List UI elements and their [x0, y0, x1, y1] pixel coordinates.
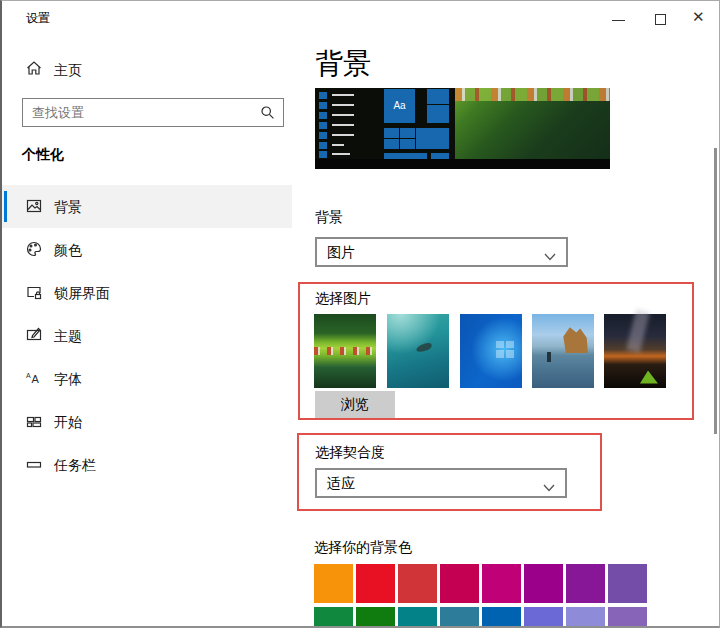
color-swatch[interactable] — [356, 607, 395, 628]
preview-taskbar — [315, 159, 610, 169]
vertical-scrollbar[interactable] — [714, 148, 717, 434]
preview-menu-square — [319, 151, 327, 158]
settings-window: 设置 ✕ 主页 个性化 背景 — [0, 0, 720, 628]
color-swatch[interactable] — [524, 607, 563, 628]
color-swatch[interactable] — [608, 564, 647, 603]
color-swatch[interactable] — [356, 564, 395, 603]
windows-default-blue-wallpaper-thumbnail[interactable] — [460, 314, 522, 388]
preview-menu-line — [332, 134, 354, 136]
preview-tile — [416, 128, 449, 149]
choose-fit-label: 选择契合度 — [315, 444, 385, 462]
choose-color-label: 选择你的背景色 — [314, 539, 412, 557]
preview-menu-line — [332, 104, 354, 106]
preview-menu-square — [319, 112, 327, 119]
color-swatch[interactable] — [398, 607, 437, 628]
color-swatch-row-1 — [314, 564, 647, 603]
chevron-down-icon — [544, 248, 556, 264]
green-valley-reflection-wallpaper-thumbnail[interactable] — [314, 314, 376, 388]
underwater-swimmer-wallpaper-thumbnail[interactable] — [387, 314, 449, 388]
background-type-dropdown[interactable]: 图片 — [315, 237, 568, 267]
preview-menu-line — [332, 124, 354, 126]
fit-dropdown[interactable]: 适应 — [315, 468, 567, 498]
page-title: 背景 — [315, 45, 371, 83]
preview-menu-square — [319, 132, 327, 139]
browse-button[interactable]: 浏览 — [315, 391, 395, 419]
night-sky-tent-wallpaper-thumbnail[interactable] — [604, 314, 666, 388]
preview-menu-line — [332, 94, 354, 96]
preview-menu-square — [319, 142, 327, 149]
preview-tile — [400, 128, 415, 138]
preview-tile — [427, 89, 449, 104]
preview-tile — [427, 105, 449, 123]
color-swatch[interactable] — [398, 564, 437, 603]
color-swatch[interactable] — [440, 564, 479, 603]
color-swatch[interactable] — [482, 607, 521, 628]
beach-rock-stacks-wallpaper-thumbnail[interactable] — [532, 314, 594, 388]
preview-tile — [400, 139, 415, 149]
color-swatch[interactable] — [524, 564, 563, 603]
preview-menu-line — [332, 144, 344, 146]
preview-menu-square — [319, 102, 327, 109]
chevron-down-icon — [543, 479, 555, 495]
preview-wallpaper — [455, 88, 610, 159]
main-content: 背景 Aa — [2, 1, 720, 628]
choose-picture-label: 选择图片 — [315, 290, 371, 308]
preview-tile-aa: Aa — [384, 89, 415, 123]
color-swatch[interactable] — [566, 607, 605, 628]
preview-tile — [384, 139, 399, 149]
color-swatch[interactable] — [608, 607, 647, 628]
preview-tile — [384, 128, 399, 138]
background-label: 背景 — [315, 209, 343, 227]
preview-menu-square — [319, 92, 327, 99]
preview-menu-line — [332, 153, 350, 155]
preview-menu-square — [319, 122, 327, 129]
color-swatch[interactable] — [314, 564, 353, 603]
background-type-value: 图片 — [327, 244, 355, 262]
desktop-preview: Aa — [315, 88, 610, 169]
color-swatch[interactable] — [440, 607, 479, 628]
preview-menu-line — [332, 114, 354, 116]
color-swatch-row-2 — [314, 607, 647, 628]
color-swatch[interactable] — [566, 564, 605, 603]
fit-value: 适应 — [327, 475, 355, 493]
color-swatch[interactable] — [482, 564, 521, 603]
color-swatch[interactable] — [314, 607, 353, 628]
